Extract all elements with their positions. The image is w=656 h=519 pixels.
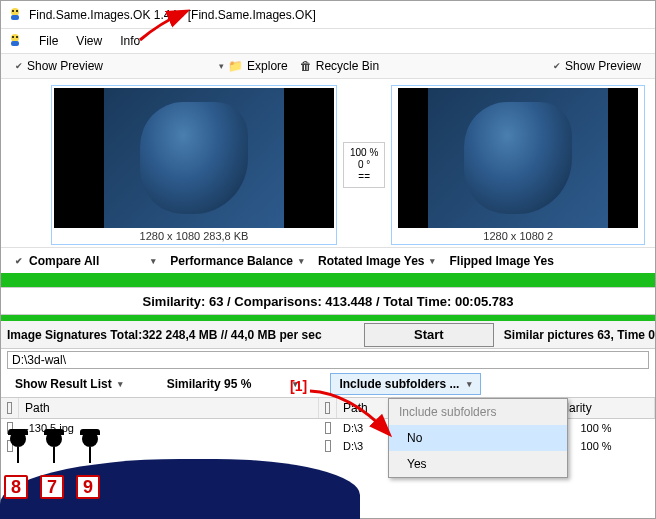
preview-image-right xyxy=(398,88,638,228)
menubar: File View Info xyxy=(1,29,655,53)
rotated-option[interactable]: Rotated Image Yes ▾ xyxy=(314,252,440,270)
preview-caption-left: 1280 x 1080 283,8 KB xyxy=(140,230,249,242)
titlebar: Find.Same.Images.OK 1.44 - [Find.Same.Im… xyxy=(1,1,655,29)
chevron-down-icon: ▾ xyxy=(219,61,224,71)
decorative-number: 8 xyxy=(4,475,28,499)
app-icon xyxy=(7,7,23,23)
decorative-number: 9 xyxy=(76,475,100,499)
similar-pictures-label: Similar pictures 63, Time 0 xyxy=(498,328,655,342)
include-subfolders-menu: Include subfolders No Yes xyxy=(388,398,568,478)
similarity-label: Similarity 95 % xyxy=(167,377,252,391)
stick-figure-icon xyxy=(0,431,36,475)
svg-point-7 xyxy=(16,36,18,38)
zoom-eq: == xyxy=(350,171,378,183)
stick-figure-icon xyxy=(36,431,72,475)
rotated-label: Rotated Image Yes xyxy=(318,254,425,268)
svg-point-3 xyxy=(16,10,18,12)
check-icon: ✔ xyxy=(553,61,561,71)
chevron-down-icon: ▾ xyxy=(118,379,123,389)
start-label: Start xyxy=(414,327,444,342)
show-result-label: Show Result List xyxy=(15,377,112,391)
annotation-arrow-title-icon xyxy=(130,8,200,48)
start-button[interactable]: Start xyxy=(364,323,494,347)
popup-header: Include subfolders xyxy=(389,399,567,425)
menu-view[interactable]: View xyxy=(68,32,110,50)
popup-item-yes[interactable]: Yes xyxy=(389,451,567,477)
stats-text: Similarity: 63 / Comparisons: 413.448 / … xyxy=(143,294,514,309)
explore-button[interactable]: ▾ 📁 Explore xyxy=(215,57,292,75)
svg-point-6 xyxy=(12,36,14,38)
svg-point-4 xyxy=(11,34,19,42)
preview-row: 1280 x 1080 283,8 KB 100 % 0 ° == 1280 x… xyxy=(1,79,655,247)
preview-pane-left: 1280 x 1080 283,8 KB xyxy=(51,85,337,245)
chevron-down-icon: ▾ xyxy=(430,256,435,266)
zoom-info: 100 % 0 ° == xyxy=(343,142,385,188)
compare-all-option[interactable]: ✔ Compare All ▾ xyxy=(11,252,160,270)
recycle-label: Recycle Bin xyxy=(316,59,379,73)
decorative-figures: 8 7 9 xyxy=(0,431,108,499)
signatures-row: Image Signatures Total:322 248,4 MB // 4… xyxy=(1,321,655,349)
flipped-label: Flipped Image Yes xyxy=(449,254,553,268)
check-icon: ✔ xyxy=(15,256,23,266)
options-row: ✔ Compare All ▾ Performance Balance ▾ Ro… xyxy=(1,247,655,273)
performance-option[interactable]: Performance Balance ▾ xyxy=(166,252,308,270)
app-icon-small xyxy=(7,33,23,49)
menu-file[interactable]: File xyxy=(31,32,66,50)
show-preview-label: Show Preview xyxy=(27,59,103,73)
preview-pane-right: 1280 x 1080 2 xyxy=(391,85,645,245)
svg-rect-5 xyxy=(11,41,19,46)
chevron-down-icon: ▾ xyxy=(467,379,472,389)
flipped-option[interactable]: Flipped Image Yes xyxy=(445,252,557,270)
decorative-number: 7 xyxy=(40,475,64,499)
stats-row: Similarity: 63 / Comparisons: 413.448 / … xyxy=(1,287,655,315)
show-preview-toggle-right[interactable]: ✔ Show Preview xyxy=(549,57,645,75)
stick-figure-icon xyxy=(72,431,108,475)
preview-caption-right: 1280 x 1080 2 xyxy=(483,230,553,242)
popup-item-no[interactable]: No xyxy=(389,425,567,451)
recycle-bin-button[interactable]: 🗑 Recycle Bin xyxy=(296,57,383,75)
path-input[interactable] xyxy=(7,351,649,369)
explore-label: Explore xyxy=(247,59,288,73)
similarity-threshold[interactable]: Similarity 95 % ▾ xyxy=(163,375,303,393)
show-preview-toggle[interactable]: ✔ Show Preview xyxy=(11,57,107,75)
zoom-degrees: 0 ° xyxy=(350,159,378,171)
svg-rect-1 xyxy=(11,15,19,20)
zoom-percent: 100 % xyxy=(350,147,378,159)
folder-icon: 📁 xyxy=(228,59,243,73)
recycle-icon: 🗑 xyxy=(300,59,312,73)
check-icon: ✔ xyxy=(15,61,23,71)
progress-bar-top xyxy=(1,273,655,287)
checkbox-all-left[interactable] xyxy=(7,402,12,414)
path-row xyxy=(1,349,655,371)
annotation-arrow-icon xyxy=(300,383,400,443)
compare-all-label: Compare All xyxy=(29,254,99,268)
svg-point-0 xyxy=(11,8,19,16)
col-path-left[interactable]: Path xyxy=(19,398,319,418)
performance-label: Performance Balance xyxy=(170,254,293,268)
signatures-label: Image Signatures Total:322 248,4 MB // 4… xyxy=(1,328,360,342)
svg-point-2 xyxy=(12,10,14,12)
preview-image-left xyxy=(54,88,334,228)
preview-toolbar: ✔ Show Preview ▾ 📁 Explore 🗑 Recycle Bin… xyxy=(1,53,655,79)
chevron-down-icon: ▾ xyxy=(151,256,156,266)
show-preview-right-label: Show Preview xyxy=(565,59,641,73)
show-result-list[interactable]: Show Result List ▾ xyxy=(11,375,127,393)
chevron-down-icon: ▾ xyxy=(299,256,304,266)
